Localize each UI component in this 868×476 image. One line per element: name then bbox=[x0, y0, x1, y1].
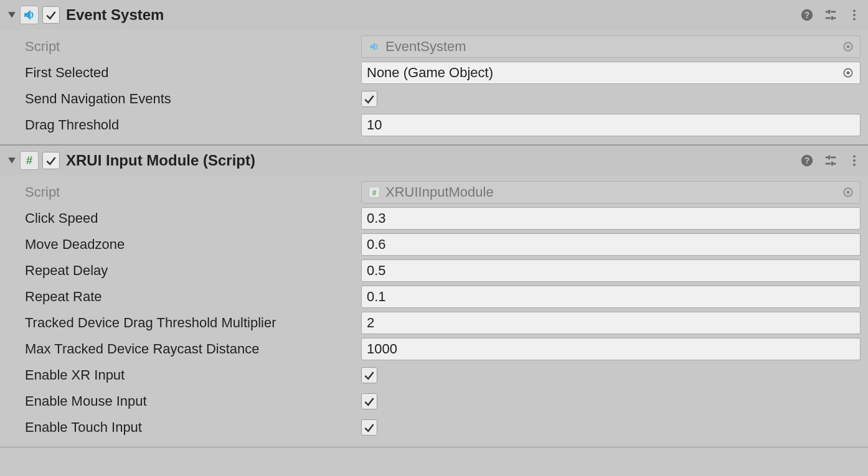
first-selected-field[interactable]: None (Game Object) bbox=[361, 62, 861, 84]
event-system-icon bbox=[367, 39, 382, 54]
component-title: Event System bbox=[66, 6, 800, 24]
script-field: # XRUIInputModule bbox=[361, 181, 861, 203]
svg-point-11 bbox=[853, 18, 856, 21]
tracked-drag-mult-value: 2 bbox=[367, 315, 374, 331]
svg-point-10 bbox=[853, 14, 856, 16]
click-speed-label: Click Speed bbox=[25, 210, 361, 226]
component-header[interactable]: Event System ? bbox=[0, 0, 868, 30]
move-deadzone-label: Move Deadzone bbox=[25, 236, 361, 253]
script-field: EventSystem bbox=[361, 35, 861, 58]
drag-threshold-input[interactable]: 10 bbox=[361, 114, 861, 136]
first-selected-label: First Selected bbox=[25, 65, 361, 81]
repeat-delay-input[interactable]: 0.5 bbox=[361, 259, 861, 282]
svg-rect-7 bbox=[828, 10, 830, 14]
event-system-icon bbox=[20, 6, 39, 24]
drag-threshold-label: Drag Threshold bbox=[25, 117, 361, 133]
component-body: Script EventSystem First Sel bbox=[0, 30, 868, 144]
component-header[interactable]: # XRUI Input Module (Script) ? bbox=[0, 146, 868, 175]
svg-marker-16 bbox=[8, 157, 16, 163]
svg-rect-25 bbox=[831, 162, 833, 166]
script-value: XRUIInputModule bbox=[385, 184, 837, 200]
object-picker-icon[interactable] bbox=[841, 66, 855, 80]
enable-mouse-label: Enable Mouse Input bbox=[25, 393, 361, 409]
svg-point-13 bbox=[847, 45, 850, 49]
component-event-system: Event System ? Script bbox=[0, 0, 868, 145]
svg-point-9 bbox=[853, 9, 856, 12]
component-xrui-input-module: # XRUI Input Module (Script) ? bbox=[0, 146, 868, 447]
max-raycast-value: 1000 bbox=[367, 341, 397, 357]
tracked-drag-mult-input[interactable]: 2 bbox=[361, 312, 861, 334]
tracked-drag-mult-label: Tracked Device Drag Threshold Multiplier bbox=[25, 315, 361, 331]
object-picker-icon[interactable] bbox=[841, 185, 855, 199]
component-enabled-checkbox[interactable] bbox=[42, 6, 60, 24]
component-enabled-checkbox[interactable] bbox=[42, 152, 60, 169]
repeat-rate-value: 0.1 bbox=[367, 289, 386, 305]
script-label: Script bbox=[25, 184, 361, 200]
repeat-delay-label: Repeat Delay bbox=[25, 263, 361, 279]
enable-xr-label: Enable XR Input bbox=[25, 367, 361, 383]
svg-text:#: # bbox=[26, 154, 32, 167]
svg-rect-4 bbox=[831, 11, 836, 13]
menu-kebab-icon[interactable] bbox=[847, 7, 862, 22]
move-deadzone-input[interactable]: 0.6 bbox=[361, 233, 861, 256]
svg-marker-0 bbox=[8, 12, 16, 17]
script-value: EventSystem bbox=[385, 39, 837, 55]
svg-text:#: # bbox=[372, 189, 377, 197]
help-icon[interactable]: ? bbox=[800, 153, 814, 168]
repeat-rate-input[interactable]: 0.1 bbox=[361, 286, 861, 308]
enable-touch-label: Enable Touch Input bbox=[25, 419, 361, 436]
svg-rect-21 bbox=[831, 157, 836, 159]
svg-point-15 bbox=[847, 72, 850, 75]
preset-icon[interactable] bbox=[823, 153, 838, 168]
enable-xr-checkbox[interactable] bbox=[361, 367, 377, 383]
component-title: XRUI Input Module (Script) bbox=[66, 152, 800, 169]
enable-touch-checkbox[interactable] bbox=[361, 419, 377, 436]
preset-icon[interactable] bbox=[823, 7, 838, 22]
drag-threshold-value: 10 bbox=[367, 117, 382, 133]
svg-rect-8 bbox=[831, 16, 833, 20]
enable-mouse-checkbox[interactable] bbox=[361, 393, 377, 409]
svg-text:?: ? bbox=[804, 11, 809, 20]
csharp-script-icon: # bbox=[20, 151, 39, 170]
csharp-script-icon: # bbox=[367, 185, 382, 200]
click-speed-input[interactable]: 0.3 bbox=[361, 207, 861, 230]
help-icon[interactable]: ? bbox=[800, 7, 814, 22]
foldout-toggle-icon[interactable] bbox=[6, 155, 17, 166]
svg-rect-5 bbox=[826, 17, 831, 19]
component-body: Script # XRUIInputModule Click bbox=[0, 175, 868, 447]
move-deadzone-value: 0.6 bbox=[367, 236, 386, 253]
script-label: Script bbox=[25, 39, 361, 55]
svg-text:?: ? bbox=[804, 156, 809, 166]
svg-point-27 bbox=[853, 159, 856, 162]
max-raycast-label: Max Tracked Device Raycast Distance bbox=[25, 341, 361, 357]
svg-point-26 bbox=[853, 155, 856, 157]
object-picker-icon[interactable] bbox=[841, 40, 855, 54]
repeat-rate-label: Repeat Rate bbox=[25, 289, 361, 305]
send-navigation-label: Send Navigation Events bbox=[25, 91, 361, 107]
repeat-delay-value: 0.5 bbox=[367, 263, 386, 279]
svg-point-32 bbox=[847, 191, 850, 194]
max-raycast-input[interactable]: 1000 bbox=[361, 338, 861, 360]
svg-rect-22 bbox=[826, 163, 831, 165]
first-selected-value: None (Game Object) bbox=[367, 65, 837, 81]
send-navigation-checkbox[interactable] bbox=[361, 91, 377, 107]
svg-rect-24 bbox=[828, 156, 830, 159]
foldout-toggle-icon[interactable] bbox=[6, 9, 17, 21]
menu-kebab-icon[interactable] bbox=[847, 153, 862, 168]
svg-point-28 bbox=[853, 164, 856, 166]
click-speed-value: 0.3 bbox=[367, 210, 386, 226]
